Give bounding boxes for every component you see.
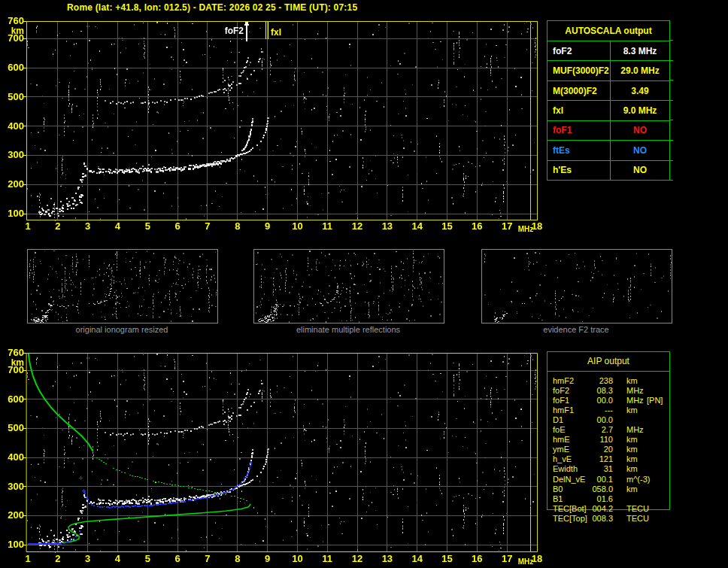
aip-row-value: 058.0 bbox=[572, 484, 613, 494]
aip-row-label: hmE bbox=[553, 435, 570, 445]
y-tick-label: 600 bbox=[2, 62, 24, 73]
table-tick bbox=[670, 40, 673, 41]
aip-row: hmE110km bbox=[547, 435, 670, 445]
x-tick-label: 15 bbox=[439, 554, 456, 563]
aip-row-unit: km bbox=[626, 435, 638, 445]
aip-row-label: ymE bbox=[553, 445, 569, 454]
y-tick-label: 400 bbox=[2, 121, 24, 132]
aip-row-value: --- bbox=[572, 405, 613, 415]
table-tick bbox=[670, 60, 673, 61]
aip-row-note: [PN] bbox=[647, 396, 663, 405]
autoscala-row-label: MUF(3000)F2 bbox=[548, 61, 611, 80]
thumbnail-caption-evidence: evidence F2 trace bbox=[481, 325, 671, 334]
x-tick-label: 16 bbox=[469, 221, 485, 231]
autoscala-row-value: 3.49 bbox=[611, 81, 669, 100]
x-tick-label: 8 bbox=[229, 221, 246, 231]
fof2-marker-label: foF2 bbox=[215, 26, 244, 36]
aip-row-value: 00.0 bbox=[572, 396, 613, 405]
thumbnail-original-ionogram bbox=[27, 249, 218, 323]
table-tick bbox=[670, 180, 673, 181]
table-tick bbox=[670, 100, 673, 101]
x-tick-label: 8 bbox=[229, 554, 246, 563]
y-axis-unit-label: km bbox=[2, 26, 24, 36]
autoscala-row-value: 29.0 MHz bbox=[611, 61, 669, 80]
autoscala-row-value: 8.3 MHz bbox=[611, 41, 669, 60]
y-tick-label: 300 bbox=[2, 481, 24, 492]
x-tick-label: 9 bbox=[259, 554, 276, 563]
aip-row-unit: TECU bbox=[626, 514, 649, 524]
aip-row-label: B0 bbox=[553, 484, 563, 494]
aip-row-label: h_vE bbox=[553, 454, 572, 464]
x-tick-label: 10 bbox=[289, 554, 305, 563]
thumbnail-eliminate-reflections bbox=[253, 249, 444, 323]
aip-row-label: foE bbox=[553, 425, 566, 435]
aip-row-label: hmF1 bbox=[553, 405, 574, 415]
fxi-marker-label: fxI bbox=[271, 28, 281, 38]
aip-row: hmF2238km bbox=[547, 376, 670, 386]
x-tick-label: 11 bbox=[319, 554, 335, 563]
aip-row-label: foF2 bbox=[553, 386, 569, 396]
autoscala-row-label: foF2 bbox=[548, 41, 611, 60]
x-tick-label: 2 bbox=[50, 554, 66, 563]
x-tick-label: 17 bbox=[499, 554, 515, 563]
aip-row-value: 238 bbox=[572, 376, 613, 386]
y-tick-label: 760 bbox=[2, 16, 24, 26]
x-tick-label: 14 bbox=[409, 221, 426, 231]
x-tick-label: 12 bbox=[349, 554, 366, 563]
autoscala-table-rows: foF28.3 MHzMUF(3000)F229.0 MHzM(3000)F23… bbox=[548, 41, 669, 180]
x-tick-label: 5 bbox=[139, 554, 156, 563]
autoscala-row: ftEsNO bbox=[548, 140, 669, 159]
aip-row: D100.0 bbox=[547, 415, 670, 425]
aip-row-value: 2.7 bbox=[572, 425, 613, 435]
aip-row-label: B1 bbox=[553, 494, 563, 504]
aip-row-value: 00.0 bbox=[572, 415, 613, 425]
aip-row-unit: km bbox=[626, 464, 638, 474]
x-tick-label: 4 bbox=[109, 554, 126, 563]
aip-row-value: 20 bbox=[572, 445, 613, 454]
profile-ionogram-plot bbox=[23, 350, 540, 554]
aip-row-unit: MHz bbox=[626, 425, 644, 435]
x-tick-label: 10 bbox=[289, 221, 305, 231]
y-tick-label: 600 bbox=[2, 394, 24, 405]
autoscala-row-value: NO bbox=[611, 141, 669, 159]
aip-row-unit: MHz bbox=[626, 396, 644, 405]
aip-row-unit: MHz bbox=[626, 386, 644, 396]
y-tick-label: 300 bbox=[2, 150, 24, 160]
y-tick-label: 400 bbox=[2, 452, 24, 463]
aip-row-value: 01.6 bbox=[572, 494, 613, 504]
aip-row-unit: km bbox=[626, 484, 638, 494]
aip-row-label: D1 bbox=[553, 415, 563, 425]
autoscala-row-value: 9.0 MHz bbox=[611, 101, 669, 120]
autoscala-row: fxI9.0 MHz bbox=[548, 100, 669, 120]
x-tick-label: 6 bbox=[169, 221, 186, 231]
autoscala-row: foF28.3 MHz bbox=[548, 41, 669, 60]
autoscala-row-value: NO bbox=[611, 121, 669, 140]
aip-table-header: AIP output bbox=[547, 351, 670, 372]
x-tick-label: 13 bbox=[379, 554, 396, 563]
y-tick-label: 500 bbox=[2, 423, 24, 433]
x-tick-label: 7 bbox=[199, 221, 216, 231]
table-tick bbox=[670, 120, 673, 120]
aip-row-value: 121 bbox=[572, 454, 613, 464]
autoscala-row-label: fxI bbox=[548, 101, 611, 120]
autoscala-output-table: AUTOSCALA output foF28.3 MHzMUF(3000)F22… bbox=[547, 20, 670, 181]
x-axis-unit-label: MHz bbox=[516, 225, 535, 233]
x-axis-unit-label: MHz bbox=[516, 557, 535, 566]
aip-row: TEC[Bot]004.2TECU bbox=[547, 504, 670, 514]
aip-row: h_vE121km bbox=[547, 454, 670, 464]
autoscala-row-label: foF1 bbox=[548, 121, 611, 140]
aip-row: Ewidth31km bbox=[547, 464, 670, 474]
x-tick-label: 4 bbox=[109, 221, 126, 231]
aip-row: hmF1---km bbox=[547, 405, 670, 415]
y-tick-label: 760 bbox=[2, 348, 24, 358]
thumbnail-evidence-f2-trace bbox=[481, 249, 672, 323]
aip-row: foF208.3MHz bbox=[547, 386, 670, 396]
aip-row-value: 004.2 bbox=[572, 504, 613, 514]
x-tick-label: 1 bbox=[20, 221, 36, 231]
aip-row-unit: km bbox=[626, 445, 638, 454]
x-tick-label: 13 bbox=[379, 221, 396, 231]
x-tick-label: 6 bbox=[169, 554, 186, 563]
aip-row-value: 110 bbox=[572, 435, 613, 445]
aip-row: B0058.0km bbox=[547, 484, 670, 494]
y-tick-label: 100 bbox=[2, 208, 24, 219]
